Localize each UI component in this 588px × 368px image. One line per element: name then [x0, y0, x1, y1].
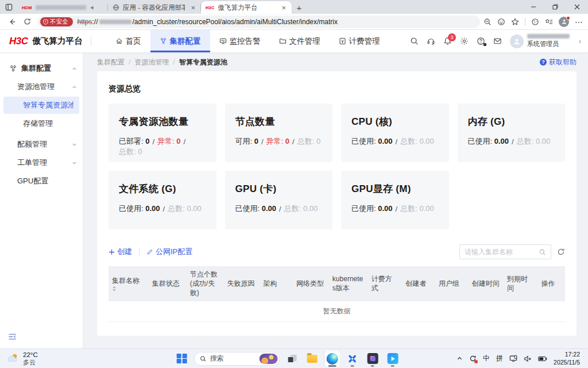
user-account[interactable]: 系统管理员 — [510, 34, 570, 48]
browser-tab-3-active[interactable]: H3C 傲飞算力平台 × — [201, 1, 292, 14]
public-ip-config-button[interactable]: 公网IP配置 — [146, 247, 192, 257]
refresh-button[interactable] — [20, 15, 34, 29]
minimize-button[interactable] — [523, 0, 544, 13]
expand-chevron-icon[interactable]: › — [578, 37, 582, 45]
settings-gear-icon[interactable] — [460, 37, 469, 45]
nav-item-billing[interactable]: 计费管理 — [330, 30, 389, 52]
clock-date: 2025/11/5 — [554, 359, 580, 366]
collections-icon[interactable] — [545, 18, 553, 26]
volume-muted-icon[interactable] — [524, 355, 532, 362]
help-circle-icon: ? — [540, 59, 547, 66]
person-icon — [513, 37, 521, 45]
workspace: 集群配置 资源池管理 智算专属资源池 存储管理 配额管理 工单管理 — [0, 53, 588, 348]
ime-language-indicator[interactable]: 中 — [483, 354, 490, 363]
ime-mode-indicator[interactable]: 拼 — [496, 354, 503, 363]
browser-tab-2[interactable]: 应用 - 容器化应用部署平台 × — [108, 1, 201, 14]
card-gpu: GPU (卡) 已使用: 0.00/ 总数: 0.00 — [225, 171, 333, 229]
support-headset-icon[interactable] — [427, 37, 435, 45]
sidebar-item-quota[interactable]: 配额管理 — [0, 136, 83, 153]
file-explorer-button[interactable] — [304, 351, 320, 367]
tab-actions-button[interactable] — [0, 0, 17, 14]
weather-temp: 22°C — [23, 351, 38, 359]
resource-cards: 专属资源池数量 已部署: 0/ 异常: 0/ 总数: 0 节点数量 可用: 0/… — [109, 103, 565, 229]
cast-display-icon[interactable] — [509, 355, 517, 362]
sort-icon[interactable] — [112, 286, 117, 292]
browser-tab-1[interactable]: HDM — [17, 1, 108, 14]
nav-item-cluster-config[interactable]: 集群配置 — [150, 30, 210, 52]
get-help-link[interactable]: ? 获取帮助 — [540, 57, 577, 67]
create-button[interactable]: 创建 — [109, 247, 132, 257]
blue-app-icon — [347, 354, 358, 364]
notification-bell-icon[interactable]: 3 — [443, 37, 452, 45]
search-highlight-image[interactable] — [260, 354, 278, 364]
weather-cloud-sun-icon — [7, 353, 20, 363]
card-memory: 内存 (G) 已使用: 0.00/ 总数: 0.00 — [458, 103, 566, 162]
weather-condition: 多云 — [23, 359, 38, 366]
task-view-button[interactable] — [284, 351, 300, 367]
nav-item-monitoring[interactable]: 监控告警 — [210, 30, 270, 52]
col-billing-mode: 计费方式 — [368, 271, 402, 296]
zoom-out-icon[interactable] — [483, 18, 492, 26]
sidebar-item-resource-pool[interactable]: 资源池管理 — [0, 78, 83, 95]
notification-badge: 3 — [448, 33, 456, 41]
restore-button[interactable] — [544, 0, 566, 13]
close-window-button[interactable] — [566, 0, 588, 13]
tab2-close-icon[interactable]: × — [189, 4, 196, 12]
col-cluster-name[interactable]: 集群名称 — [109, 273, 149, 295]
tab3-close-icon[interactable]: × — [280, 4, 287, 12]
header-actions: 3 系统管理员 › — [410, 30, 588, 52]
search-icon[interactable] — [539, 248, 546, 256]
sidebar-item-ai-dedicated-pool[interactable]: 智算专属资源池 — [3, 97, 79, 114]
cluster-search-input[interactable] — [465, 248, 539, 256]
extensions-icon[interactable] — [531, 18, 539, 26]
help-icon[interactable] — [477, 37, 485, 45]
breadcrumb-current: 智算专属资源池 — [179, 57, 227, 67]
profile-notification-dot — [566, 16, 570, 20]
start-button[interactable] — [174, 351, 190, 367]
message-mail-icon[interactable] — [493, 37, 502, 45]
app-button-3[interactable] — [385, 351, 401, 367]
taskbar-search[interactable]: 搜索 — [194, 352, 280, 366]
app-header: H3C 傲飞算力平台 首页 集群配置 监控告警 文件管理 计费 — [0, 30, 588, 53]
url-bar[interactable]: 不安全 https:///admin_cluster/resourcePool/… — [38, 16, 480, 28]
weather-widget[interactable]: 22°C 多云 — [3, 351, 38, 366]
col-create-time: 创建时间 — [469, 275, 504, 292]
chevron-up-icon — [72, 66, 77, 71]
sidebar-collapse-button[interactable] — [8, 333, 17, 340]
sidebar-item-work-order[interactable]: 工单管理 — [0, 154, 83, 171]
nav-item-home[interactable]: 首页 — [106, 30, 150, 52]
content-area: 集群配置 / 资源池管理 / 智算专属资源池 ? 获取帮助 资源总览 专属资源池… — [83, 53, 588, 348]
col-kubernetes-version: kubernetes版本 — [329, 271, 368, 296]
col-actions: 操作 — [537, 275, 565, 292]
security-badge[interactable]: 不安全 — [40, 17, 73, 26]
app-button-2[interactable] — [365, 351, 381, 367]
clock-time: 17:22 — [565, 351, 580, 358]
col-architecture: 架构 — [260, 275, 293, 292]
refresh-list-button[interactable] — [557, 248, 565, 256]
app-button-1[interactable] — [345, 351, 361, 367]
browser-profile-avatar[interactable] — [559, 17, 569, 27]
task-view-icon — [288, 355, 297, 363]
search-icon — [200, 355, 207, 362]
favorite-star-icon[interactable] — [511, 18, 519, 26]
nav-item-file-management[interactable]: 文件管理 — [270, 30, 330, 52]
search-icon[interactable] — [410, 37, 419, 45]
browser-menu-icon[interactable]: ⋯ — [575, 17, 583, 26]
sidebar-item-gpu-config[interactable]: GPU配置 — [0, 172, 83, 190]
back-button[interactable] — [5, 15, 20, 29]
feedback-icon[interactable] — [497, 18, 505, 26]
sidebar-item-storage[interactable]: 存储管理 — [0, 115, 83, 132]
sidebar-item-cluster-config[interactable]: 集群配置 — [0, 60, 83, 77]
battery-icon[interactable] — [538, 356, 547, 362]
hidden-icons-chevron[interactable] — [457, 355, 463, 362]
new-tab-button[interactable]: + — [292, 1, 307, 14]
taskbar-clock[interactable]: 17:22 2025/11/5 — [554, 351, 580, 366]
chevron-down-icon — [72, 142, 77, 147]
breadcrumb-item[interactable]: 资源池管理 — [134, 57, 169, 67]
breadcrumb-item[interactable]: 集群配置 — [97, 57, 125, 67]
sync-status-icon[interactable] — [469, 355, 477, 362]
url-text: https:///admin_cluster/resourcePool/aios… — [78, 18, 338, 26]
edge-browser-button[interactable] — [324, 351, 341, 367]
tab2-title: 应用 - 容器化应用部署平台 — [123, 3, 185, 12]
user-avatar — [510, 34, 524, 48]
